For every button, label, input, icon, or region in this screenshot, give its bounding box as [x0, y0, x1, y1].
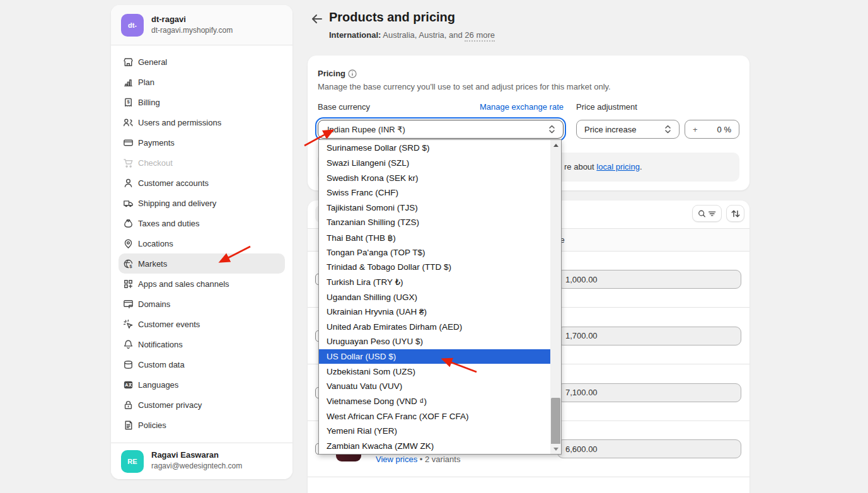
currency-option[interactable]: Trinidad & Tobago Dollar (TTD $) — [319, 260, 550, 275]
sidebar-item-markets[interactable]: $ Markets — [119, 253, 285, 274]
pricing-description: Manage the base currency you'll use to s… — [318, 82, 611, 91]
percent-value: 0 % — [717, 125, 731, 134]
back-button[interactable] — [310, 12, 324, 26]
page-title: Products and pricing — [329, 10, 455, 25]
settings-nav: General Plan $ Billing Users and permiss… — [111, 45, 292, 435]
chevron-updown-icon — [664, 124, 671, 134]
sidebar-item-customer-events[interactable]: Customer events — [119, 314, 285, 334]
sidebar-item-customer-privacy[interactable]: Customer privacy — [119, 395, 285, 415]
info-icon[interactable] — [348, 69, 357, 78]
sidebar-item-custom-data[interactable]: Custom data — [119, 354, 285, 374]
store-header: dt- dt-ragavi dt-ragavi.myshopify.com — [111, 5, 292, 45]
scroll-down-button[interactable] — [550, 444, 561, 454]
currency-option[interactable]: Turkish Lira (TRY ₺) — [319, 275, 550, 290]
chevron-updown-icon — [548, 124, 555, 134]
svg-text:$: $ — [127, 98, 130, 104]
currency-option[interactable]: Zambian Kwacha (ZMW ZK) — [319, 439, 550, 454]
sidebar-item-payments[interactable]: Payments — [119, 132, 285, 153]
user-footer[interactable]: RE Ragavi Easwaran ragavi@wedesigntech.c… — [111, 443, 292, 479]
back-arrow-icon — [310, 12, 324, 26]
truck-icon — [122, 197, 134, 209]
sidebar-item-policies[interactable]: Policies — [119, 415, 285, 435]
sidebar-item-notifications[interactable]: Notifications — [119, 334, 285, 354]
currency-option[interactable]: Swedish Krona (SEK kr) — [319, 170, 550, 185]
sidebar-item-domains[interactable]: Domains — [119, 294, 285, 314]
market-countries: Australia, Austria, and — [381, 30, 465, 40]
sidebar-item-general[interactable]: General — [119, 52, 285, 72]
sidebar-item-label: Apps and sales channels — [138, 279, 229, 289]
sidebar-item-languages[interactable]: A Languages — [119, 374, 285, 395]
currency-option[interactable]: Thai Baht (THB ฿) — [319, 230, 550, 245]
price-input[interactable] — [557, 270, 741, 289]
sort-button[interactable] — [726, 205, 744, 222]
currency-option-selected[interactable]: US Dollar (USD $) — [319, 349, 550, 364]
database-icon — [122, 359, 134, 371]
scrollbar-thumb[interactable] — [551, 398, 560, 445]
store-icon — [122, 56, 134, 68]
currency-option[interactable]: Surinamese Dollar (SRD $) — [319, 141, 550, 156]
base-currency-label: Base currency — [318, 102, 370, 112]
billing-icon: $ — [122, 96, 134, 108]
percent-sign: + — [693, 125, 698, 134]
adjustment-percent-input[interactable]: + 0 % — [685, 120, 739, 139]
currency-option[interactable]: United Arab Emirates Dirham (AED) — [319, 320, 550, 335]
currency-options-list: Surinamese Dollar (SRD $) Swazi Lilangen… — [319, 140, 550, 454]
plan-icon — [122, 76, 134, 88]
view-prices-link[interactable]: View prices — [376, 455, 417, 464]
users-icon — [122, 117, 134, 129]
triangle-up-icon — [553, 144, 558, 147]
currency-option[interactable]: Yemeni Rial (YER) — [319, 424, 550, 439]
local-pricing-link[interactable]: local pricing — [596, 162, 640, 171]
price-adjustment-select[interactable]: Price increase — [576, 120, 680, 139]
cursor-click-icon — [122, 318, 134, 330]
sidebar-item-taxes-duties[interactable]: Taxes and duties — [119, 213, 285, 233]
dropdown-scrollbar[interactable] — [550, 140, 561, 454]
more-countries-link[interactable]: 26 more — [465, 30, 495, 42]
sidebar-item-label: Payments — [138, 138, 175, 148]
scroll-up-button[interactable] — [550, 140, 561, 150]
user-name: Ragavi Easwaran — [151, 450, 219, 460]
cart-icon — [122, 157, 134, 169]
sidebar-item-label: Customer accounts — [138, 178, 209, 188]
settings-sidebar: dt- dt-ragavi dt-ragavi.myshopify.com Ge… — [111, 5, 292, 479]
currency-option[interactable]: Uruguayan Peso (UYU $) — [319, 334, 550, 349]
manage-exchange-rate-link[interactable]: Manage exchange rate — [474, 102, 564, 112]
currency-option[interactable]: Ugandan Shilling (UGX) — [319, 289, 550, 304]
currency-option[interactable]: Tajikistani Somoni (TJS) — [319, 200, 550, 216]
sidebar-item-label: Customer privacy — [138, 400, 202, 410]
sidebar-item-label: Billing — [138, 98, 160, 107]
sidebar-item-label: Plan — [138, 78, 154, 87]
page-subtitle: International: Australia, Austria, and 2… — [329, 30, 495, 40]
sidebar-item-locations[interactable]: Locations — [119, 233, 285, 253]
currency-option[interactable]: Swiss Franc (CHF) — [319, 185, 550, 200]
currency-option[interactable]: Vanuatu Vatu (VUV) — [319, 379, 550, 394]
sidebar-item-label: Checkout — [138, 158, 173, 168]
price-input[interactable] — [557, 439, 741, 458]
currency-option[interactable]: Tanzanian Shilling (TZS) — [319, 215, 550, 230]
globe-dollar-icon: $ — [122, 258, 134, 270]
sidebar-item-label: General — [138, 57, 167, 67]
sidebar-item-plan[interactable]: Plan — [119, 72, 285, 92]
price-input[interactable] — [557, 383, 741, 402]
sidebar-item-customer-accounts[interactable]: Customer accounts — [119, 173, 285, 193]
currency-option[interactable]: Swazi Lilangeni (SZL) — [319, 156, 550, 171]
currency-option[interactable]: West African CFA Franc (XOF F CFA) — [319, 409, 550, 424]
sidebar-item-label: Domains — [138, 299, 170, 309]
currency-option[interactable]: Ukrainian Hryvnia (UAH ₴) — [319, 304, 550, 320]
svg-text:A: A — [125, 383, 128, 388]
currency-option[interactable]: Tongan Pa'anga (TOP T$) — [319, 245, 550, 260]
currency-option[interactable]: Uzbekistani Som (UZS) — [319, 364, 550, 379]
store-name: dt-ragavi — [151, 14, 186, 24]
apps-grid-icon — [122, 278, 134, 290]
user-avatar: RE — [121, 450, 144, 473]
currency-option[interactable]: Vietnamese Dong (VND ₫) — [319, 394, 550, 409]
sidebar-item-users-permissions[interactable]: Users and permissions — [119, 112, 285, 132]
base-currency-select[interactable]: Indian Rupee (INR ₹) — [318, 120, 564, 139]
price-input[interactable] — [557, 327, 741, 345]
sidebar-item-shipping-delivery[interactable]: Shipping and delivery — [119, 193, 285, 213]
payments-icon — [122, 137, 134, 149]
sidebar-item-billing[interactable]: $ Billing — [119, 92, 285, 112]
search-filter-button[interactable] — [692, 205, 722, 222]
sidebar-item-apps-sales-channels[interactable]: Apps and sales channels — [119, 274, 285, 294]
pricing-section-title: Pricing — [318, 69, 345, 78]
